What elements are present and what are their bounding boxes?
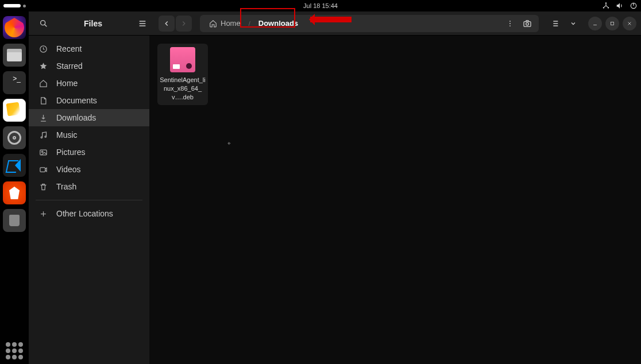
music-icon [39, 131, 48, 140]
sidebar-label: Trash [56, 182, 76, 191]
path-menu-button[interactable] [502, 16, 518, 32]
star-icon [39, 62, 48, 71]
sidebar-label: Pictures [56, 148, 86, 157]
sidebar-item-pictures[interactable]: Pictures [29, 144, 149, 161]
breadcrumb-home-label: Home [221, 19, 241, 28]
svg-rect-10 [611, 22, 614, 25]
svg-rect-14 [40, 150, 47, 155]
plus-icon [39, 210, 48, 218]
places-sidebar: Recent Starred Home Documents Downloads … [29, 36, 149, 364]
window-maximize-button[interactable] [605, 17, 619, 30]
workspace-dot-icon [23, 5, 26, 7]
svg-point-9 [526, 22, 529, 25]
sidebar-label: Starred [56, 61, 83, 71]
sidebar-separator [36, 200, 142, 200]
nautilus-window: Files Home / Downloads [29, 11, 641, 364]
power-icon[interactable] [630, 2, 638, 10]
breadcrumb-home[interactable]: Home [203, 17, 246, 30]
files-content-area[interactable]: SentinelAgent_linux_x86_64_v….deb ⌖ [149, 36, 641, 364]
dock-brave-icon[interactable] [3, 181, 26, 204]
path-bar[interactable]: Home / Downloads [200, 15, 539, 32]
trash-icon [39, 183, 48, 191]
dock-text-editor-icon[interactable] [3, 99, 26, 122]
activities-indicator[interactable] [3, 4, 21, 7]
sidebar-label: Recent [56, 44, 82, 53]
svg-rect-16 [40, 167, 45, 172]
sidebar-label: Downloads [56, 113, 96, 122]
mouse-cursor-icon: ⌖ [227, 140, 231, 147]
sidebar-item-trash[interactable]: Trash [29, 178, 149, 195]
breadcrumb-current-label: Downloads [258, 19, 298, 28]
file-item[interactable]: SentinelAgent_linux_x86_64_v….deb [157, 44, 208, 105]
svg-point-5 [509, 20, 511, 21]
hamburger-menu-button[interactable] [134, 16, 150, 32]
search-button[interactable] [36, 16, 52, 32]
dock-show-apps-icon[interactable] [6, 342, 23, 359]
nav-forward-button[interactable] [176, 16, 192, 32]
nav-back-button[interactable] [159, 16, 175, 32]
svg-point-4 [41, 20, 45, 25]
sidebar-item-home[interactable]: Home [29, 75, 149, 92]
download-icon [39, 114, 48, 122]
svg-point-7 [509, 25, 511, 26]
camera-icon[interactable] [519, 16, 535, 32]
sidebar-label: Music [56, 130, 78, 140]
sidebar-label: Documents [56, 96, 97, 105]
sidebar-item-music[interactable]: Music [29, 126, 149, 144]
home-icon [39, 79, 48, 88]
sidebar-item-recent[interactable]: Recent [29, 40, 149, 57]
dock-settings-icon[interactable] [3, 126, 26, 149]
svg-point-1 [603, 7, 604, 8]
list-view-button[interactable] [547, 16, 563, 32]
sidebar-item-starred[interactable]: Starred [29, 57, 149, 75]
svg-point-0 [605, 2, 607, 3]
dock-firefox-icon[interactable] [3, 16, 26, 39]
ubuntu-dock: >_ [0, 11, 29, 364]
sidebar-item-downloads[interactable]: Downloads [29, 109, 149, 126]
volume-icon[interactable] [616, 2, 624, 10]
breadcrumb-separator-icon: / [249, 20, 250, 27]
app-title: Files [84, 19, 102, 28]
file-name-label: SentinelAgent_linux_x86_64_v….deb [160, 76, 206, 102]
network-icon[interactable] [602, 2, 610, 10]
sidebar-item-videos[interactable]: Videos [29, 161, 149, 178]
sidebar-label: Other Locations [56, 209, 113, 218]
files-toolbar: Files Home / Downloads [29, 11, 641, 36]
svg-point-15 [41, 151, 43, 153]
svg-point-6 [509, 23, 511, 24]
window-minimize-button[interactable] [588, 17, 602, 30]
deb-package-icon [170, 47, 195, 72]
picture-icon [39, 148, 48, 157]
clock-icon [39, 45, 48, 53]
sidebar-item-other-locations[interactable]: Other Locations [29, 205, 149, 222]
home-icon [209, 20, 217, 28]
sidebar-item-documents[interactable]: Documents [29, 92, 149, 109]
svg-point-2 [608, 7, 609, 8]
sidebar-label: Videos [56, 165, 81, 174]
view-options-button[interactable] [565, 16, 581, 32]
svg-point-13 [45, 135, 47, 137]
breadcrumb-downloads[interactable]: Downloads [253, 17, 304, 30]
gnome-top-panel: Jul 18 15:44 [0, 0, 641, 11]
dock-vscode-icon[interactable] [3, 154, 26, 177]
video-icon [39, 165, 48, 174]
svg-point-12 [41, 137, 43, 138]
dock-files-icon[interactable] [3, 44, 26, 67]
document-icon [39, 96, 48, 105]
dock-terminal-icon[interactable]: >_ [3, 71, 26, 94]
sidebar-label: Home [56, 79, 78, 88]
dock-trash-icon[interactable] [3, 209, 26, 232]
panel-clock[interactable]: Jul 18 15:44 [303, 2, 338, 9]
window-close-button[interactable] [623, 17, 636, 30]
